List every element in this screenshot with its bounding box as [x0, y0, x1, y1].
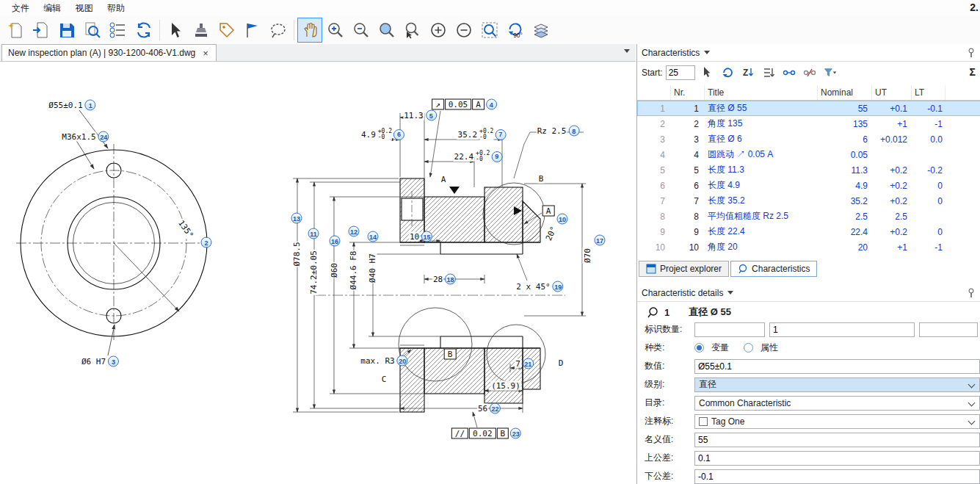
column-header-nominal[interactable]: Nominal: [818, 85, 872, 100]
table-row[interactable]: 7 7 长度 35.2 35.2 +0.2 0: [637, 193, 980, 209]
layers-button[interactable]: [529, 18, 553, 43]
link-characteristics-button[interactable]: [780, 64, 798, 82]
zoom-cursor-button[interactable]: [400, 18, 425, 43]
table-body: 1 1 直径 Ø 55 55 +0.1 -0.1 2 2 角度 135 135 …: [637, 101, 980, 255]
lasso-tool-button[interactable]: [266, 18, 291, 43]
balloon-14[interactable]: 14: [368, 231, 379, 242]
flag-tool-button[interactable]: [240, 18, 265, 43]
drawing-label: Ø78.5: [292, 241, 302, 267]
add-circle-button[interactable]: [426, 18, 451, 43]
count-input-2[interactable]: [769, 322, 915, 337]
tag-select[interactable]: Tag One: [694, 414, 980, 429]
balloon-24[interactable]: 24: [98, 131, 109, 142]
zoom-selection-button[interactable]: [477, 18, 502, 43]
count-input-1[interactable]: [694, 322, 765, 337]
pin-icon[interactable]: [967, 48, 976, 58]
select-cursor-button[interactable]: [163, 18, 188, 43]
balloon-7[interactable]: 7: [495, 129, 506, 140]
menu-item[interactable]: 文件: [6, 1, 35, 15]
balloon-9[interactable]: 9: [491, 151, 502, 162]
zoom-in-button[interactable]: [323, 18, 348, 43]
details-collapse-chevron-icon[interactable]: [727, 291, 733, 295]
radio-attribute[interactable]: [744, 343, 753, 353]
balloon-4[interactable]: 4: [486, 99, 497, 110]
count-input-3[interactable]: [919, 322, 978, 337]
pan-tool-button[interactable]: [297, 18, 322, 43]
column-header-title[interactable]: Title: [705, 85, 818, 100]
stamp-tool-button[interactable]: [189, 18, 214, 43]
balloon-10[interactable]: 10: [557, 214, 568, 225]
tab-close-icon[interactable]: ×: [201, 48, 210, 59]
rotate-90-button[interactable]: 90°: [503, 18, 528, 43]
unlink-characteristics-button[interactable]: [801, 64, 819, 82]
pick-balloon-button[interactable]: [698, 64, 716, 82]
balloon-23[interactable]: 23: [510, 428, 521, 439]
tab-project-explorer[interactable]: Project explorer: [639, 261, 729, 277]
zoom-out-button[interactable]: [349, 18, 374, 43]
drawing-viewport[interactable]: Ø55±0.11M36x1.524135°2Ø6 H73↗0.05A411.35…: [0, 62, 636, 484]
balloon-1[interactable]: 1: [85, 100, 96, 111]
balloon-21[interactable]: 21: [523, 358, 534, 369]
table-row[interactable]: 8 8 平均值粗糙度 Rz 2.5 2.5 2.5: [637, 209, 980, 224]
renumber-z-button[interactable]: Z: [739, 64, 757, 82]
stamp-icon: [192, 21, 211, 40]
menu-item[interactable]: 视图: [70, 1, 99, 15]
table-row[interactable]: 2 2 角度 135 135 +1 -1: [637, 116, 980, 131]
balloon-18[interactable]: 18: [445, 274, 456, 285]
table-row[interactable]: 9 9 长度 22.4 22.4 +0.2 0: [637, 224, 980, 239]
catalog-select[interactable]: Common Characteristic: [694, 396, 980, 411]
renumber-rotate-button[interactable]: [719, 64, 736, 82]
zoom-fit-button[interactable]: [374, 18, 399, 43]
column-header-ut[interactable]: UT: [872, 85, 912, 100]
tab-characteristics[interactable]: Characteristics: [730, 261, 817, 277]
column-header-index[interactable]: [637, 85, 671, 100]
tag-tool-button[interactable]: [214, 18, 239, 43]
lower-tolerance-input[interactable]: [694, 469, 980, 484]
save-button[interactable]: [54, 18, 79, 43]
open-document-button[interactable]: [29, 18, 54, 43]
balloon-13[interactable]: 13: [291, 213, 302, 224]
level-select[interactable]: 直径: [694, 378, 980, 392]
radio-variable[interactable]: [694, 343, 704, 353]
remove-circle-button[interactable]: [451, 18, 476, 43]
balloon-8[interactable]: 8: [568, 126, 579, 137]
balloon-15[interactable]: 15: [421, 231, 432, 242]
balloon-20[interactable]: 20: [397, 355, 408, 366]
table-row[interactable]: 3 3 直径 Ø 6 6 +0.012 0.0: [637, 131, 980, 147]
upper-tolerance-input[interactable]: [694, 451, 980, 466]
balloon-3[interactable]: 3: [108, 356, 119, 367]
update-balloons-button[interactable]: [131, 18, 156, 43]
panel-collapse-chevron-icon[interactable]: [704, 51, 710, 54]
sort-list-button[interactable]: [760, 64, 777, 82]
balloon-6[interactable]: 6: [393, 129, 404, 140]
tab-list-chevron-icon[interactable]: [624, 49, 630, 53]
column-header-lt[interactable]: LT: [912, 85, 945, 100]
table-row[interactable]: 4 4 圆跳动 ↗ 0.05 A 0.05: [637, 147, 980, 162]
sigma-summary-icon[interactable]: Σ: [970, 66, 976, 78]
document-tab[interactable]: New inspection plan (A) | 930-1200-406-V…: [1, 44, 217, 61]
table-row[interactable]: 1 1 直径 Ø 55 55 +0.1 -0.1: [637, 101, 980, 116]
balloon-5[interactable]: 5: [426, 110, 437, 121]
balloon-16[interactable]: 16: [330, 236, 341, 247]
balloon-11[interactable]: 11: [308, 228, 319, 239]
column-header-nr[interactable]: Nr.: [671, 85, 705, 100]
value-input[interactable]: [694, 359, 980, 374]
new-document-button[interactable]: [3, 18, 28, 43]
start-number-input[interactable]: [666, 65, 695, 80]
menu-item[interactable]: 编辑: [37, 1, 67, 15]
menu-item[interactable]: 帮助: [101, 1, 131, 15]
balloon-12[interactable]: 12: [349, 226, 360, 237]
table-row[interactable]: 5 5 长度 11.3 11.3 +0.2 -0.2: [637, 162, 980, 178]
balloon-list-button[interactable]: [106, 18, 131, 43]
details-pin-icon[interactable]: [967, 288, 976, 298]
table-row[interactable]: 10 10 角度 20 20 +1 -1: [637, 239, 980, 255]
table-row[interactable]: 6 6 长度 4.9 4.9 +0.2 0: [637, 178, 980, 193]
balloon-17[interactable]: 17: [595, 235, 606, 246]
balloon-22[interactable]: 22: [490, 403, 501, 414]
balloon-19[interactable]: 19: [553, 281, 564, 292]
filter-button[interactable]: [821, 64, 839, 82]
find-balloon-button[interactable]: [80, 18, 105, 43]
nominal-input[interactable]: [694, 433, 980, 447]
tag-checkbox[interactable]: [699, 417, 708, 426]
balloon-2[interactable]: 2: [201, 237, 212, 248]
